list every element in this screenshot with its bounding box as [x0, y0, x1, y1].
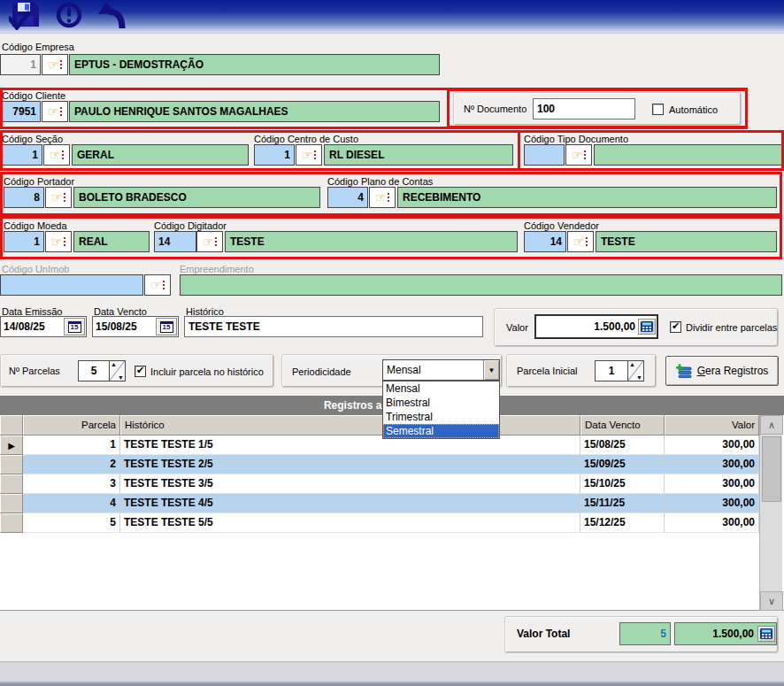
tipo-documento-label: Código Tipo Documento	[524, 134, 628, 144]
save-button[interactable]	[6, 1, 43, 31]
dots-icon	[215, 237, 217, 246]
exit-icon	[96, 1, 130, 30]
header-data-vencto[interactable]: Data Vencto	[580, 415, 665, 435]
data-vencto-value: 15/08/25	[93, 320, 156, 333]
table-row[interactable]: 4 TESTE TESTE 4/5 15/11/25 300,00	[0, 494, 759, 513]
digitador-lookup-button[interactable]: ☞	[196, 231, 223, 252]
valor-field[interactable]: 1.500,00	[534, 314, 658, 339]
data-emissao-calendar-button[interactable]	[64, 318, 85, 335]
add-records-icon	[676, 364, 692, 378]
centro-custo-code-field[interactable]: 1	[254, 144, 295, 166]
row-indicator	[0, 494, 23, 513]
cell-historico: TESTE TESTE 4/5	[120, 494, 580, 513]
digitador-name-field: TESTE	[225, 231, 518, 252]
total-calculator-button[interactable]	[757, 626, 775, 642]
n-parcelas-spin-buttons[interactable]	[110, 360, 126, 382]
centro-custo-lookup-button[interactable]: ☞	[296, 144, 322, 166]
data-vencto-field[interactable]: 15/08/25	[92, 316, 179, 337]
valor-calculator-button[interactable]	[638, 319, 656, 335]
unimob-lookup-button[interactable]: ☞	[144, 274, 171, 296]
pointing-hand-icon: ☞	[302, 149, 313, 161]
dropdown-option-1[interactable]: Mensal	[383, 382, 499, 396]
pointing-hand-icon: ☞	[572, 149, 583, 161]
automatico-checkbox[interactable]	[652, 104, 664, 115]
tipo-documento-code-field[interactable]	[524, 144, 565, 166]
vendedor-code-field[interactable]: 14	[524, 231, 566, 252]
moeda-lookup-button[interactable]: ☞	[45, 231, 72, 252]
plano-contas-code-field[interactable]: 4	[327, 187, 368, 208]
gera-registros-label: Gera Registros	[697, 365, 769, 377]
header-parcela[interactable]: Parcela	[23, 415, 120, 435]
pointing-hand-icon: ☞	[150, 279, 162, 291]
empresa-code-field[interactable]: 1	[0, 54, 41, 75]
dropdown-option-4[interactable]: Semestral	[383, 424, 499, 438]
parcela-inicial-spin-buttons[interactable]	[628, 360, 644, 382]
parcela-inicial-spin-value[interactable]: 1	[595, 360, 628, 382]
vertical-scrollbar[interactable]	[759, 415, 782, 611]
dots-icon	[60, 60, 62, 69]
dropdown-option-2[interactable]: Bimestral	[383, 396, 499, 410]
portador-lookup-button[interactable]: ☞	[45, 187, 72, 208]
dots-icon	[586, 237, 588, 246]
valor-label: Valor	[506, 322, 528, 333]
cliente-code-field[interactable]: 7951	[0, 101, 41, 122]
documento-input[interactable]	[533, 98, 635, 119]
data-vencto-calendar-button[interactable]	[156, 318, 177, 335]
parcela-inicial-label: Parcela Inicial	[517, 366, 577, 376]
plano-contas-name-field: RECEBIMENTO	[397, 187, 777, 208]
historico-input[interactable]	[184, 316, 483, 337]
app-window: Código Empresa 1 ☞ EPTUS - DEMOSTRAÇÃO C…	[0, 0, 784, 686]
cliente-lookup-button[interactable]: ☞	[42, 101, 68, 122]
row-indicator	[0, 455, 23, 474]
n-parcelas-spin-value[interactable]: 5	[78, 360, 110, 382]
table-row[interactable]: ▶ 1 TESTE TESTE 1/5 15/08/25 300,00	[0, 435, 759, 455]
vendedor-name-field: TESTE	[596, 231, 777, 252]
secao-code-field[interactable]: 1	[2, 144, 42, 166]
dropdown-option-3[interactable]: Trimestral	[383, 410, 499, 424]
vendedor-lookup-button[interactable]: ☞	[567, 231, 594, 252]
pointing-hand-icon: ☞	[573, 235, 585, 248]
row-indicator	[0, 513, 23, 533]
dividir-parcelas-label: Dividir entre parcelas	[686, 322, 777, 333]
moeda-label: Código Moeda	[4, 220, 67, 231]
dots-icon	[584, 150, 586, 159]
table-row[interactable]: 2 TESTE TESTE 2/5 15/09/25 300,00	[0, 455, 759, 474]
tipo-documento-name-field	[594, 144, 782, 166]
dividir-parcelas-checkbox[interactable]	[670, 321, 681, 333]
periodicidade-combobox[interactable]: Mensal ▼	[382, 359, 500, 381]
scrollbar-thumb[interactable]	[762, 436, 781, 502]
empresa-label: Código Empresa	[2, 42, 74, 52]
unimob-code-field[interactable]	[0, 274, 143, 296]
secao-name-field: GERAL	[72, 144, 249, 166]
incluir-parcela-checkbox[interactable]	[135, 366, 146, 377]
pointing-hand-icon: ☞	[48, 58, 59, 71]
plano-contas-lookup-button[interactable]: ☞	[369, 187, 396, 208]
secao-lookup-button[interactable]: ☞	[43, 144, 70, 166]
digitador-code-field[interactable]: 14	[154, 231, 196, 252]
data-emissao-field[interactable]: 14/08/25	[0, 316, 87, 337]
cell-valor: 300,00	[665, 474, 759, 494]
empreendimento-label: Empreendimento	[180, 264, 254, 274]
cell-parcela: 5	[23, 513, 120, 533]
portador-code-field[interactable]: 8	[4, 187, 44, 208]
table-row[interactable]: 3 TESTE TESTE 3/5 15/10/25 300,00	[0, 474, 759, 494]
grid-header-row: Parcela Histórico Data Vencto Valor	[0, 415, 759, 435]
scroll-up-button[interactable]	[760, 415, 783, 435]
exit-button[interactable]	[95, 1, 132, 31]
header-historico[interactable]: Histórico	[120, 415, 580, 435]
cancel-button[interactable]	[50, 1, 88, 31]
empresa-lookup-button[interactable]: ☞	[42, 54, 68, 75]
cell-historico: TESTE TESTE 3/5	[120, 474, 580, 494]
valor-total-field: 1.500,00	[674, 622, 777, 645]
scroll-down-button[interactable]	[760, 591, 783, 611]
toolbar	[0, 0, 784, 34]
current-record-marker-icon: ▶	[8, 441, 15, 451]
table-row[interactable]: 5 TESTE TESTE 5/5 15/12/25 300,00	[0, 513, 759, 533]
gera-registros-button[interactable]: Gera Registros	[665, 356, 779, 386]
moeda-code-field[interactable]: 1	[4, 231, 44, 252]
periodicidade-dropdown-list: Mensal Bimestral Trimestral Semestral	[382, 381, 500, 439]
cell-data-vencto: 15/12/25	[580, 513, 665, 533]
tipo-documento-lookup-button[interactable]: ☞	[565, 144, 592, 166]
chevron-down-icon[interactable]: ▼	[483, 360, 499, 380]
header-valor[interactable]: Valor	[665, 415, 759, 435]
